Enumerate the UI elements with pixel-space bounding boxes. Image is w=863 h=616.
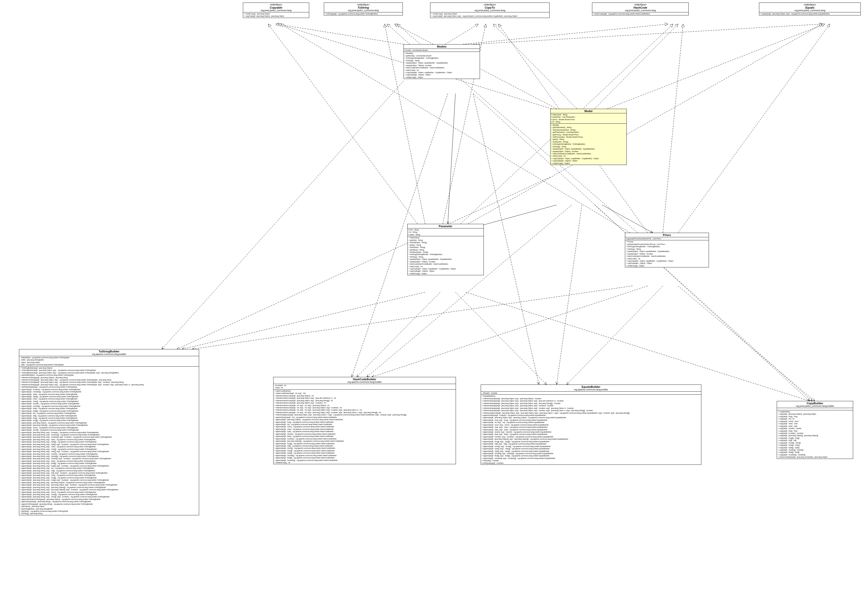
- member-row: + setPriors(value : Models.Model.Priors): [551, 136, 626, 138]
- class-equalsbuilder: EqualsBuilderorg.apache.commons.lang.bui…: [481, 385, 701, 465]
- member-row: + reflectionHashCode(arg0 : java.lang.Ob…: [274, 394, 455, 397]
- member-row: + append(arg0 : float) : org.apache.comm…: [274, 435, 455, 437]
- member-row: + copyTo(target : Object, copyBuilder : …: [404, 71, 479, 74]
- member-row: + append(arg0 : float) : org.apache.comm…: [20, 407, 198, 410]
- member-row: + toString() : String: [408, 256, 483, 258]
- member-row: + createCopy() : Object: [551, 162, 626, 165]
- member-row: + append(arg0 : double, arg1 : double) :…: [482, 431, 700, 433]
- member-row: + reflectionEquals(arg0 : java.lang.Obje…: [482, 409, 700, 412]
- member-row: - isEquals : boolean: [482, 392, 700, 394]
- member-row: + append(arg0 : int[], arg1 : int[]) : o…: [482, 443, 700, 445]
- member-row: + append(arg0 : java.lang.String, arg1 :…: [20, 462, 198, 465]
- relationship-edges: [0, 0, 863, 616]
- member-row: + append(arg0 : int, arg1 : int) : org.a…: [482, 421, 700, 423]
- member-row: + append(arg0 : byte[], arg1 : byte[]) :…: [482, 450, 700, 452]
- member-row: + equals(object : Object, equalsBuilder …: [408, 258, 483, 260]
- member-row: + append(arg0 : long, arg1 : long) : org…: [482, 419, 700, 421]
- member-row: # parameter : List<Parameter>: [551, 116, 626, 118]
- member-row: + copy(arg0 : byte[]) : byte[]: [778, 446, 852, 449]
- member-row: + copyTo(target : Object) : Object: [626, 262, 708, 264]
- member-row: + hashCode() : int: [551, 155, 626, 157]
- member-row: + append(arg0 : java.lang.String, arg1 :…: [20, 477, 198, 479]
- member-row: + append(arg0 : java.lang.String, arg1 :…: [20, 455, 198, 457]
- member-row: - buffer : java.lang.StringBuffer: [20, 359, 198, 361]
- member-row: + copy(arg0 : int) : int: [778, 418, 852, 420]
- member-row: + append(arg0 : java.lang.Object) : org.…: [20, 422, 198, 424]
- member-row: - defaultStyle : org.apache.commons.lang…: [20, 357, 198, 359]
- member-row: + CopyBuilder(): [778, 410, 852, 413]
- member-row: # priors : Models.Model.Priors: [551, 118, 626, 121]
- member-row: + append(arg0 : float[]) : org.apache.co…: [274, 457, 455, 459]
- member-row: + append(arg0 : byte[]) : org.apache.com…: [20, 395, 198, 398]
- member-row: + reflectionToString(arg0 : java.lang.Ob…: [20, 376, 198, 379]
- member-row: + append(arg0 : int) : org.apache.common…: [274, 423, 455, 426]
- member-row: + append(arg0 : java.lang.String, arg1 :…: [20, 448, 198, 450]
- member-row: + setId(value : String): [551, 141, 626, 143]
- class-parameter: Parameter # hint : String# id : String# …: [407, 224, 484, 275]
- member-row: + reflectionHashCode(arg0 : int, arg1 : …: [274, 407, 455, 409]
- member-row: + setHint(value : String): [408, 241, 483, 244]
- member-row: + getPriors() : Models.Model.Priors: [551, 134, 626, 136]
- member-row: + copy(arg0 : float) : float: [778, 430, 852, 432]
- member-row: - iTotal : int: [274, 387, 455, 389]
- member-row: + ToStringBuilder(arg0 : java.lang.Objec…: [20, 367, 198, 369]
- member-row: + toString(toStringBuilder : ToStringBui…: [626, 245, 708, 248]
- member-row: + append(arg0 : short[]) : org.apache.co…: [274, 447, 455, 449]
- member-row: + toString() : String: [551, 145, 626, 148]
- member-row: + append(arg0 : java.lang.String, arg1 :…: [20, 460, 198, 462]
- member-row: + append(arg0 : java.lang.String, arg1 :…: [20, 434, 198, 436]
- member-row: + getObject() : java.lang.Object: [20, 505, 198, 508]
- member-row: + append(arg0 : java.lang.String, arg1 :…: [20, 491, 198, 493]
- member-row: + append(arg0 : long) : org.apache.commo…: [20, 417, 198, 419]
- member-row: + append(arg0 : float, arg1 : float) : o…: [482, 433, 700, 435]
- member-row: - style : org.apache.commons.lang.builde…: [20, 363, 198, 366]
- member-row: + hashCode() : int: [408, 266, 483, 268]
- member-row: + copy(arg0 : long[]) : long[]: [778, 437, 852, 439]
- member-row: + equals(arg0 : java.lang.Object, arg1 :…: [760, 13, 860, 15]
- member-row: + append(arg0 : java.lang.Object[]) : or…: [274, 440, 455, 442]
- member-row: + append(arg0 : java.lang.Object, arg1 :…: [482, 416, 700, 419]
- member-row: + appendToString(arg0 : java.lang.String…: [20, 503, 198, 505]
- member-row: + createCopy() : Object: [404, 76, 479, 79]
- member-row: + Parameter(): [408, 237, 483, 239]
- member-row: + append(arg0 : java.lang.String, arg1 :…: [20, 481, 198, 484]
- member-row: + equals(object : Object) : boolean: [551, 150, 626, 152]
- member-row: + append(arg0 : java.lang.String, arg1 :…: [20, 493, 198, 496]
- member-row: + append(arg0 : java.lang.String, arg1 :…: [20, 431, 198, 434]
- class-hashcodebuilder: HashCodeBuilderorg.apache.commons.lang.b…: [273, 377, 456, 464]
- member-row: + append(arg0 : long[]) : org.apache.com…: [274, 442, 455, 445]
- member-row: + copyTo(arg0 : java.lang.Object) : java…: [244, 15, 308, 17]
- uml-canvas: «interface»Copyableorg.jvnet.jaxb2_commo…: [0, 0, 863, 616]
- member-row: + copy(arg0 : java.lang.Object) : java.l…: [778, 413, 852, 415]
- member-row: + getStringBuffer() : java.lang.StringBu…: [20, 508, 198, 510]
- member-row: + copyTo(arg0 : java.lang.Object, arg1 :…: [431, 15, 549, 17]
- member-row: + getClassname() : String: [551, 126, 626, 129]
- member-row: + reflectionToString(arg0 : java.lang.Ob…: [20, 381, 198, 383]
- member-row: + HashCodeBuilder(arg0 : int, arg1 : int…: [274, 392, 455, 394]
- member-row: + append(arg0 : java.lang.String, arg1 :…: [20, 489, 198, 491]
- member-row: + reflectionToString(arg0 : java.lang.Ob…: [20, 383, 198, 386]
- member-row: + reflectionHashCode(arg0 : int, arg1 : …: [274, 409, 455, 411]
- member-row: + append(arg0 : java.lang.String, arg1 :…: [20, 465, 198, 467]
- member-row: + append(arg0 : java.lang.String, arg1 :…: [20, 441, 198, 443]
- member-row: + reflectionAppend(arg0 : java.lang.Obje…: [482, 412, 700, 414]
- member-row: + copy(arg0 : char[]) : char[]: [778, 444, 852, 446]
- member-row: + hashCode() : int: [404, 69, 479, 71]
- member-row: + ToStringBuilder(arg0 : java.lang.Objec…: [20, 372, 198, 374]
- member-row: + append(arg0 : char[]) : org.apache.com…: [274, 449, 455, 452]
- member-row: + append(arg0 : short[]) : org.apache.co…: [20, 429, 198, 431]
- member-row: + setClassname(value : String): [551, 129, 626, 131]
- member-row: + toString(toStringBuilder : ToStringBui…: [551, 143, 626, 145]
- member-row: + append(arg0 : java.lang.Object) : org.…: [274, 418, 455, 421]
- member-row: + append(arg0 : byte, arg1 : byte) : org…: [482, 429, 700, 431]
- member-row: + copy(arg0 : short) : short: [778, 420, 852, 423]
- member-row: + append(arg0 : java.lang.String, arg1 :…: [20, 438, 198, 441]
- member-row: + append(arg0 : double[]) : org.apache.c…: [20, 405, 198, 407]
- member-row: + setValue(value : String): [408, 251, 483, 253]
- member-row: + copy(arg0 : short[]) : short[]: [778, 442, 852, 444]
- member-row: + append(arg0 : byte[]) : org.apache.com…: [274, 452, 455, 454]
- member-row: + append(arg0 : java.lang.Object[], arg1…: [482, 438, 700, 440]
- member-row: + toHashCode() : int: [274, 461, 455, 464]
- member-row: + cloneCloneable(arg0 : java.lang.Clonea…: [778, 456, 852, 458]
- member-row: + append(arg0 : float[], arg1 : float[])…: [482, 454, 700, 457]
